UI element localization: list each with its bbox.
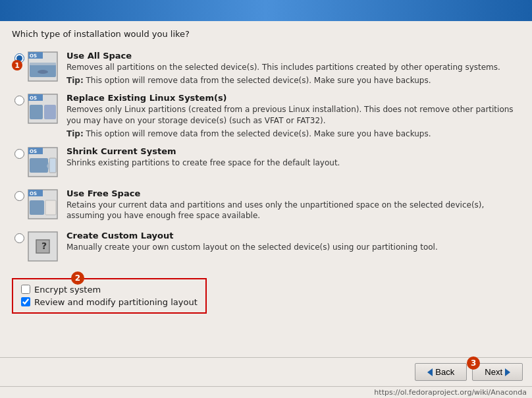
option-create-custom[interactable]: ? Create Custom Layout Manually create y… bbox=[12, 227, 520, 269]
option-shrink-current[interactable]: OS Shrink Current System Shrinks existin… bbox=[12, 142, 520, 185]
checkboxes-badge: 2 bbox=[71, 271, 84, 285]
option-title-replace-existing: Replace Existing Linux System(s) bbox=[66, 93, 518, 103]
next-button-wrapper: 3 Next bbox=[472, 363, 523, 381]
option-title-create-custom: Create Custom Layout bbox=[66, 231, 518, 241]
option-use-all-space[interactable]: 1 OS Use All Space Removes all partition… bbox=[12, 47, 520, 89]
svg-rect-21 bbox=[45, 200, 56, 215]
svg-rect-20 bbox=[30, 200, 44, 215]
checkboxes-box: Encrypt system Review and modify partiti… bbox=[12, 278, 207, 314]
svg-rect-4 bbox=[30, 63, 56, 65]
icon-replace-existing: OS bbox=[27, 93, 61, 127]
svg-text:OS: OS bbox=[30, 53, 37, 59]
next-button[interactable]: Next bbox=[472, 363, 523, 381]
footer-area: Back 3 Next bbox=[0, 357, 532, 386]
svg-rect-15 bbox=[49, 158, 56, 173]
checkboxes-section: 2 Encrypt system Review and modify parti… bbox=[12, 278, 520, 314]
checkbox-encrypt-label: Encrypt system bbox=[34, 285, 101, 295]
checkbox-encrypt-row[interactable]: Encrypt system bbox=[21, 285, 198, 295]
svg-rect-9 bbox=[30, 105, 43, 119]
status-bar: https://ol.fedoraproject.org/wiki/Anacon… bbox=[0, 386, 532, 398]
back-button[interactable]: Back bbox=[415, 363, 467, 381]
status-url: https://ol.fedoraproject.org/wiki/Anacon… bbox=[374, 388, 527, 397]
svg-text:?: ? bbox=[41, 241, 47, 251]
option-desc-use-free-space: Retains your current data and partitions… bbox=[66, 200, 518, 222]
checkbox-review[interactable] bbox=[21, 297, 30, 306]
checkboxes-wrapper: 2 Encrypt system Review and modify parti… bbox=[12, 278, 207, 314]
radio-shrink-current[interactable] bbox=[14, 149, 24, 159]
option-desc-replace-existing: Removes only Linux partitions (created f… bbox=[66, 104, 518, 127]
svg-point-5 bbox=[38, 70, 48, 74]
option-tip-replace-existing: Tip: This option will remove data from t… bbox=[66, 129, 518, 138]
radio-replace-existing[interactable] bbox=[14, 96, 24, 105]
svg-text:OS: OS bbox=[30, 191, 37, 196]
svg-text:OS: OS bbox=[30, 96, 37, 101]
next-button-label: Next bbox=[485, 367, 502, 377]
option-text-replace-existing: Replace Existing Linux System(s) Removes… bbox=[66, 93, 518, 138]
next-arrow-icon bbox=[505, 368, 510, 376]
svg-text:OS: OS bbox=[30, 149, 37, 154]
content-area: Which type of installation would you lik… bbox=[0, 21, 532, 357]
option-title-use-free-space: Use Free Space bbox=[66, 188, 518, 198]
svg-rect-14 bbox=[30, 158, 48, 173]
option-desc-shrink-current: Shrinks existing partitions to create fr… bbox=[66, 157, 518, 169]
back-arrow-icon bbox=[427, 368, 433, 376]
option-use-free-space[interactable]: OS Use Free Space Retains your current d… bbox=[12, 185, 520, 227]
option-desc-create-custom: Manually create your own custom layout o… bbox=[66, 242, 518, 253]
icon-use-all-space: OS bbox=[27, 51, 61, 85]
option-tip-use-all-space: Tip: This option will remove data from t… bbox=[66, 76, 518, 85]
option-text-use-free-space: Use Free Space Retains your current data… bbox=[66, 188, 518, 222]
option-desc-use-all-space: Removes all partitions on the selected d… bbox=[66, 62, 518, 73]
question-label: Which type of installation would you lik… bbox=[12, 29, 520, 39]
option-text-use-all-space: Use All Space Removes all partitions on … bbox=[66, 51, 518, 85]
header-bar bbox=[0, 0, 532, 21]
radio-create-custom[interactable] bbox=[14, 233, 24, 243]
checkbox-encrypt[interactable] bbox=[21, 285, 30, 294]
svg-rect-10 bbox=[44, 105, 56, 119]
option-text-create-custom: Create Custom Layout Manually create you… bbox=[66, 231, 518, 253]
back-button-label: Back bbox=[435, 367, 454, 377]
checkbox-review-row[interactable]: Review and modify partitioning layout bbox=[21, 297, 198, 307]
badge-1: 1 bbox=[12, 60, 22, 71]
checkbox-review-label: Review and modify partitioning layout bbox=[34, 297, 198, 307]
main-container: Which type of installation would you lik… bbox=[0, 0, 532, 398]
option-title-shrink-current: Shrink Current System bbox=[66, 146, 518, 156]
option-text-shrink-current: Shrink Current System Shrinks existing p… bbox=[66, 146, 518, 169]
icon-shrink-current: OS bbox=[27, 146, 61, 181]
option-title-use-all-space: Use All Space bbox=[66, 51, 518, 61]
options-list: 1 OS Use All Space Removes all partition… bbox=[12, 47, 520, 269]
option-replace-existing[interactable]: OS Replace Existing Linux System(s) Remo… bbox=[12, 89, 520, 142]
icon-use-free-space: OS bbox=[27, 188, 61, 223]
icon-create-custom: ? bbox=[27, 231, 61, 265]
radio-use-free-space[interactable] bbox=[14, 191, 24, 201]
